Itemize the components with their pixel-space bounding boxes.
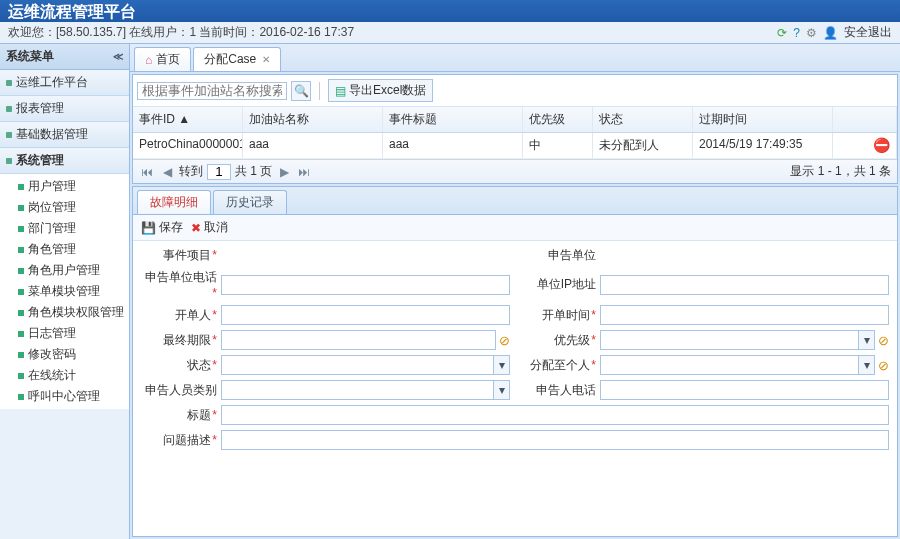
tab-history[interactable]: 历史记录 <box>213 190 287 214</box>
reporter-type-select[interactable]: ▾ <box>221 380 510 400</box>
save-icon: 💾 <box>141 221 156 235</box>
export-button[interactable]: ▤导出Excel数据 <box>328 79 433 102</box>
chevron-down-icon: ▾ <box>493 381 509 399</box>
home-icon: ⌂ <box>145 53 152 67</box>
reporter-phone-input[interactable] <box>600 380 889 400</box>
close-icon[interactable]: ✕ <box>262 54 270 65</box>
sidebar-section-data[interactable]: 基础数据管理 <box>0 122 129 148</box>
save-button[interactable]: 💾保存 <box>141 219 183 236</box>
app-title: 运维流程管理平台 <box>8 3 136 20</box>
last-page-button[interactable]: ⏭ <box>296 164 312 180</box>
desc-input[interactable] <box>221 430 889 450</box>
warn-icon: ⊘ <box>878 358 889 373</box>
title-input[interactable] <box>221 405 889 425</box>
search-input[interactable] <box>137 82 287 100</box>
excel-icon: ▤ <box>335 84 346 98</box>
open-time-input[interactable] <box>600 305 889 325</box>
tree-item-post[interactable]: 岗位管理 <box>0 197 129 218</box>
grid-header: 事件ID ▲ 加油站名称 事件标题 优先级 状态 过期时间 <box>133 107 897 133</box>
pager-info: 显示 1 - 1，共 1 条 <box>790 163 891 180</box>
user-icon: 👤 <box>823 26 838 40</box>
pager: ⏮ ◀ 转到 共 1 页 ▶ ⏭ 显示 1 - 1，共 1 条 <box>133 159 897 183</box>
page-input[interactable] <box>207 164 231 180</box>
status-bar: 欢迎您：[58.50.135.7] 在线用户：1 当前时间：2016-02-16… <box>0 22 900 44</box>
tree-item-role[interactable]: 角色管理 <box>0 239 129 260</box>
unit-ip-input[interactable] <box>600 275 889 295</box>
next-page-button[interactable]: ▶ <box>276 164 292 180</box>
deadline-input[interactable] <box>221 330 496 350</box>
tree-item-user[interactable]: 用户管理 <box>0 176 129 197</box>
sidebar-tree: 用户管理 岗位管理 部门管理 角色管理 角色用户管理 菜单模块管理 角色模块权限… <box>0 174 129 409</box>
logout-link[interactable]: 安全退出 <box>844 24 892 41</box>
priority-select[interactable]: ▾ <box>600 330 875 350</box>
warn-icon: ⊘ <box>878 333 889 348</box>
first-page-button[interactable]: ⏮ <box>139 164 155 180</box>
tree-item-pwd[interactable]: 修改密码 <box>0 344 129 365</box>
tree-item-online[interactable]: 在线统计 <box>0 365 129 386</box>
assign-select[interactable]: ▾ <box>600 355 875 375</box>
prev-page-button[interactable]: ◀ <box>159 164 175 180</box>
sidebar-section-ops[interactable]: 运维工作平台 <box>0 70 129 96</box>
chevron-down-icon: ▾ <box>493 356 509 374</box>
sidebar: 系统菜单 ≪ 运维工作平台 报表管理 基础数据管理 系统管理 用户管理 岗位管理… <box>0 44 130 539</box>
detail-pane: 故障明细 历史记录 💾保存 ✖取消 事件项目 申告单位 申告单位电话 单位IP地… <box>132 186 898 537</box>
tree-item-log[interactable]: 日志管理 <box>0 323 129 344</box>
tree-item-dept[interactable]: 部门管理 <box>0 218 129 239</box>
sidebar-section-system[interactable]: 系统管理 <box>0 148 129 174</box>
warn-icon: ⊘ <box>499 333 510 348</box>
tree-item-menu[interactable]: 菜单模块管理 <box>0 281 129 302</box>
search-button[interactable]: 🔍 <box>291 81 311 101</box>
help-icon[interactable]: ? <box>793 26 800 40</box>
unit-phone-input[interactable] <box>221 275 510 295</box>
refresh-icon[interactable]: ⟳ <box>777 26 787 40</box>
collapse-icon[interactable]: ≪ <box>113 51 123 62</box>
tab-fault-detail[interactable]: 故障明细 <box>137 190 211 214</box>
tree-item-roleperm[interactable]: 角色模块权限管理 <box>0 302 129 323</box>
tree-item-callcenter[interactable]: 呼叫中心管理 <box>0 386 129 407</box>
table-row[interactable]: PetroChina0000001 aaa aaa 中 未分配到人 2014/5… <box>133 133 897 159</box>
welcome-text: 欢迎您：[58.50.135.7] 在线用户：1 当前时间：2016-02-16… <box>8 24 354 41</box>
tab-home[interactable]: ⌂首页 <box>134 47 191 71</box>
cancel-button[interactable]: ✖取消 <box>191 219 228 236</box>
cancel-icon: ✖ <box>191 221 201 235</box>
tree-item-roleuser[interactable]: 角色用户管理 <box>0 260 129 281</box>
status-select[interactable]: ▾ <box>221 355 510 375</box>
sidebar-title: 系统菜单 ≪ <box>0 44 129 70</box>
sidebar-section-report[interactable]: 报表管理 <box>0 96 129 122</box>
app-header: 运维流程管理平台 <box>0 0 900 22</box>
chevron-down-icon: ▾ <box>858 356 874 374</box>
search-icon: 🔍 <box>294 84 309 98</box>
tab-assign-case[interactable]: 分配Case✕ <box>193 47 281 71</box>
chevron-down-icon: ▾ <box>858 331 874 349</box>
opener-input[interactable] <box>221 305 510 325</box>
delete-icon[interactable]: ⛔ <box>873 137 890 153</box>
main-tabs: ⌂首页 分配Case✕ <box>130 44 900 72</box>
settings-icon[interactable]: ⚙ <box>806 26 817 40</box>
grid-pane: 🔍 ▤导出Excel数据 事件ID ▲ 加油站名称 事件标题 优先级 状态 过期… <box>132 74 898 184</box>
